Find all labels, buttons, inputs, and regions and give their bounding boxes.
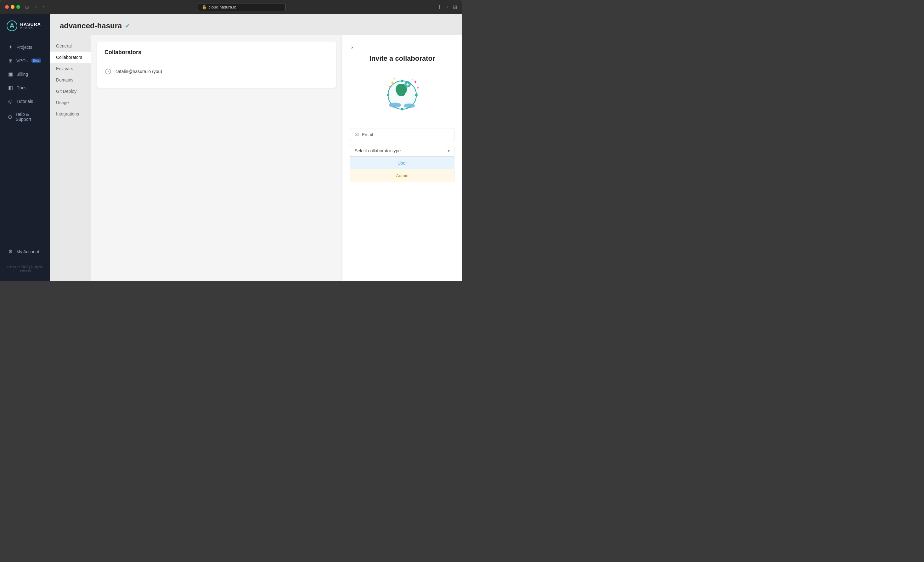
select-label: Select collaborator type bbox=[355, 148, 400, 153]
sidebar-item-tutorials[interactable]: ◎ Tutorials bbox=[4, 95, 46, 107]
share-icon[interactable]: ⬆ bbox=[438, 4, 441, 10]
projects-icon: ✦ bbox=[8, 44, 13, 50]
sidebar-item-label: Docs bbox=[16, 85, 26, 90]
vpcs-icon: ⊞ bbox=[8, 58, 13, 64]
account-icon: ⚙ bbox=[8, 249, 13, 255]
collaborator-type-dropdown: User Admin bbox=[350, 156, 454, 182]
sidebar-item-vpcs[interactable]: ⊞ VPCs Beta bbox=[4, 54, 46, 67]
sidebar-item-billing[interactable]: ▣ Billing bbox=[4, 68, 46, 80]
svg-point-0 bbox=[7, 21, 17, 31]
verified-icon: ✔ bbox=[125, 22, 130, 30]
sidebar-nav: ✦ Projects ⊞ VPCs Beta ▣ Billing ◧ Docs … bbox=[0, 41, 50, 246]
sidebar: HASURA CLOUD ✦ Projects ⊞ VPCs Beta ▣ Bi… bbox=[0, 14, 50, 281]
svg-point-8 bbox=[412, 79, 413, 80]
sidebar-item-label: Help & Support bbox=[16, 112, 42, 122]
tutorials-icon: ◎ bbox=[8, 98, 13, 104]
svg-point-5 bbox=[387, 94, 389, 96]
email-input-wrap: ✉ bbox=[350, 128, 454, 141]
browser-actions: ⬆ ＋ ⊞ bbox=[438, 4, 457, 10]
svg-point-19 bbox=[405, 103, 414, 107]
email-icon: ✉ bbox=[355, 132, 359, 138]
invite-panel: › Invite a collaborator bbox=[342, 35, 462, 281]
sidebar-bottom: ⚙ My Account bbox=[0, 246, 50, 263]
collaborators-card: Collaborators ⊙ catalin@hasura.io (you) bbox=[97, 42, 336, 88]
url-text: cloud.hasura.io bbox=[208, 5, 236, 9]
svg-point-18 bbox=[390, 103, 400, 106]
sub-nav-collaborators[interactable]: Collaborators bbox=[50, 52, 91, 63]
logo-subtitle: CLOUD bbox=[20, 27, 41, 30]
sub-nav-general[interactable]: General bbox=[50, 40, 91, 52]
svg-point-10 bbox=[417, 87, 419, 89]
dropdown-option-admin[interactable]: Admin bbox=[350, 169, 454, 182]
docs-icon: ◧ bbox=[8, 85, 13, 91]
sub-nav-domains[interactable]: Domains bbox=[50, 74, 91, 85]
minimize-button[interactable] bbox=[11, 5, 15, 9]
collaborator-type-select[interactable]: Select collaborator type ▾ bbox=[350, 145, 454, 157]
sub-nav-env-vars[interactable]: Env vars bbox=[50, 63, 91, 74]
sidebar-item-help-support[interactable]: ⊙ Help & Support bbox=[4, 109, 46, 125]
maximize-button[interactable] bbox=[16, 5, 20, 9]
billing-icon: ▣ bbox=[8, 71, 13, 77]
sidebar-item-projects[interactable]: ✦ Projects bbox=[4, 41, 46, 53]
svg-point-7 bbox=[394, 78, 395, 79]
lock-icon: 🔒 bbox=[202, 5, 207, 9]
back-button[interactable]: ‹ bbox=[34, 4, 38, 10]
table-row: ⊙ catalin@hasura.io (you) bbox=[105, 62, 328, 80]
collaborators-title: Collaborators bbox=[105, 49, 328, 56]
project-title: advanced-hasura bbox=[60, 21, 122, 30]
new-tab-icon[interactable]: ＋ bbox=[445, 4, 450, 10]
logo-text: HASURA CLOUD bbox=[20, 22, 41, 30]
svg-point-3 bbox=[401, 79, 404, 82]
sub-nav-integrations[interactable]: Integrations bbox=[50, 108, 91, 120]
close-button[interactable] bbox=[5, 5, 9, 9]
collaborator-email: catalin@hasura.io (you) bbox=[116, 69, 162, 74]
dropdown-option-user[interactable]: User bbox=[350, 157, 454, 169]
sub-nav: General Collaborators Env vars Domains G… bbox=[50, 35, 91, 281]
invite-title: Invite a collaborator bbox=[369, 54, 435, 63]
address-bar: 🔒 cloud.hasura.io bbox=[50, 3, 434, 11]
main-content: advanced-hasura ✔ General Collaborators … bbox=[50, 14, 462, 281]
invite-illustration: + bbox=[377, 69, 428, 119]
sidebar-item-docs[interactable]: ◧ Docs bbox=[4, 81, 46, 94]
sidebar-toggle-button[interactable]: ⊞ bbox=[24, 4, 30, 10]
sidebar-logo: HASURA CLOUD bbox=[0, 20, 50, 41]
sidebar-item-label: Tutorials bbox=[16, 99, 33, 104]
svg-text:+: + bbox=[406, 82, 409, 87]
svg-point-6 bbox=[415, 94, 418, 96]
traffic-lights bbox=[5, 5, 20, 9]
content-layout: General Collaborators Env vars Domains G… bbox=[50, 35, 462, 281]
sidebar-item-my-account[interactable]: ⚙ My Account bbox=[4, 246, 46, 258]
svg-point-13 bbox=[397, 90, 405, 96]
sub-nav-usage[interactable]: Usage bbox=[50, 97, 91, 108]
sidebar-item-label: Billing bbox=[16, 72, 28, 77]
forward-button[interactable]: › bbox=[42, 4, 46, 10]
chevron-down-icon: ▾ bbox=[447, 148, 450, 153]
invite-back-button[interactable]: › bbox=[350, 43, 354, 52]
svg-point-4 bbox=[401, 108, 404, 111]
avatar: ⊙ bbox=[105, 66, 112, 76]
hasura-logo-icon bbox=[6, 20, 18, 31]
sub-nav-git-deploy[interactable]: Git Deploy bbox=[50, 85, 91, 97]
grid-icon[interactable]: ⊞ bbox=[453, 4, 457, 10]
app-container: HASURA CLOUD ✦ Projects ⊞ VPCs Beta ▣ Bi… bbox=[0, 14, 462, 281]
collaborators-panel: Collaborators ⊙ catalin@hasura.io (you) bbox=[91, 35, 342, 281]
svg-point-12 bbox=[398, 84, 404, 90]
help-icon: ⊙ bbox=[8, 114, 13, 120]
sidebar-footer: © Hasura 2023 | All rights reserved bbox=[0, 263, 50, 275]
url-input[interactable]: 🔒 cloud.hasura.io bbox=[198, 3, 286, 11]
beta-badge: Beta bbox=[32, 58, 41, 63]
logo-name: HASURA bbox=[20, 22, 41, 27]
sidebar-item-label: Projects bbox=[16, 45, 32, 50]
sidebar-item-label: VPCs bbox=[16, 58, 28, 63]
sidebar-item-label: My Account bbox=[16, 249, 39, 254]
svg-point-9 bbox=[389, 86, 390, 87]
email-input[interactable] bbox=[362, 132, 450, 137]
browser-chrome: ⊞ ‹ › 🔒 cloud.hasura.io ⬆ ＋ ⊞ bbox=[0, 0, 462, 14]
project-header: advanced-hasura ✔ bbox=[50, 14, 462, 35]
